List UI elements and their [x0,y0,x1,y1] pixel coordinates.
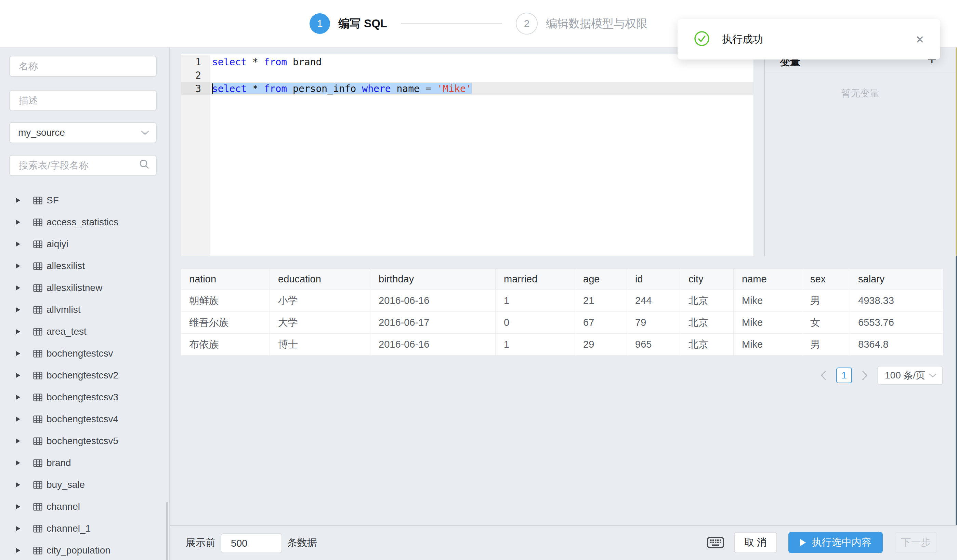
table-cell: 4938.33 [850,290,943,312]
column-header: education [270,269,370,290]
table-tree-item[interactable]: bochengtestcsv [0,342,169,364]
table-icon [33,262,43,270]
table-name-label: channel [46,501,80,512]
table-cell: 小学 [270,290,370,312]
caret-right-icon[interactable] [16,242,20,246]
close-icon[interactable]: × [916,33,924,46]
success-toast: 执行成功 × [677,19,940,60]
next-step-button[interactable]: 下一步 [895,532,937,553]
table-tree-item[interactable]: SF [0,189,169,211]
table-cell: 男 [802,290,850,312]
caret-right-icon[interactable] [16,526,20,531]
column-header: city [680,269,734,290]
caret-right-icon[interactable] [16,483,20,487]
table-icon [33,503,43,511]
caret-right-icon[interactable] [16,439,20,443]
table-cell: 0 [496,312,575,334]
cancel-button[interactable]: 取 消 [734,532,777,553]
table-icon [33,328,43,336]
table-tree-item[interactable]: bochengtestcsv3 [0,386,169,408]
next-page-icon[interactable] [859,368,870,383]
table-icon [33,437,43,445]
table-name-label: bochengtestcsv2 [46,370,118,381]
column-header: salary [850,269,943,290]
step-2-circle: 2 [516,13,538,35]
table-tree-item[interactable]: brand [0,452,169,474]
row-limit-input[interactable] [230,538,273,549]
page-size-select[interactable]: 100 条/页 [877,366,943,385]
table-tree-item[interactable]: buy_sale [0,474,169,496]
table-cell: Mike [734,334,802,356]
line-number: 2 [181,69,210,82]
prev-page-icon[interactable] [818,368,829,383]
table-tree-item[interactable]: aiqiyi [0,233,169,255]
table-name-label: allesxilist [46,260,85,271]
editor-line: 1select * from brand [181,55,753,69]
caret-right-icon[interactable] [16,329,20,334]
table-tree-item[interactable]: bochengtestcsv5 [0,430,169,452]
text-cursor [212,84,213,94]
table-tree-item[interactable]: access_statistics [0,211,169,233]
desktop-edge-strip-bottom [955,256,957,560]
editor-gutter [181,95,210,256]
column-header: married [496,269,575,290]
table-cell: 1 [496,290,575,312]
table-icon [33,481,43,489]
run-selection-button[interactable]: 执行选中内容 [788,532,883,553]
caret-right-icon[interactable] [16,220,20,225]
table-tree-item[interactable]: bochengtestcsv4 [0,408,169,430]
description-input[interactable] [18,95,148,106]
table-row: 布依族博士2016-06-16129965北京Mike男8364.8 [181,334,943,356]
table-cell: 2016-06-17 [370,312,496,334]
table-name-label: channel_1 [46,523,91,534]
column-header: sex [802,269,850,290]
table-tree-item[interactable]: channel [0,496,169,517]
caret-right-icon[interactable] [16,351,20,356]
caret-right-icon[interactable] [16,548,20,553]
page-number-button[interactable]: 1 [836,368,852,383]
table-icon [33,547,43,555]
table-name-label: bochengtestcsv5 [46,435,118,446]
table-tree-item[interactable]: area_test [0,321,169,342]
play-icon [800,539,806,546]
table-name-label: allesxilistnew [46,282,102,293]
table-tree-item[interactable]: allesxilist [0,255,169,277]
sidebar: my_source SFaccess_statisticsaiqiyialles… [0,47,170,560]
line-number: 3 [181,82,210,95]
table-tree-item[interactable]: allesxilistnew [0,277,169,299]
run-selection-label: 执行选中内容 [812,536,872,549]
caret-right-icon[interactable] [16,504,20,509]
search-icon[interactable] [139,159,150,172]
table-name-label: bochengtestcsv [46,348,113,359]
caret-right-icon[interactable] [16,308,20,312]
table-search-input[interactable] [18,160,148,171]
table-cell: 女 [802,312,850,334]
step-connector-line [401,23,502,24]
table-name-label: bochengtestcsv3 [46,392,118,403]
table-name-label: bochengtestcsv4 [46,414,118,424]
table-cell: 965 [627,334,680,356]
caret-right-icon[interactable] [16,373,20,378]
sidebar-scrollbar-thumb[interactable] [166,502,168,560]
sql-editor-modal: 1 编写 SQL 2 编辑数据模型与权限 my_source SFaccess_… [0,0,957,560]
table-tree-item[interactable]: bochengtestcsv2 [0,364,169,386]
name-input[interactable] [18,60,148,72]
table-cell: 朝鲜族 [181,290,270,312]
limit-prefix: 展示前 [186,526,215,560]
caret-right-icon[interactable] [16,286,20,290]
keyboard-shortcuts-icon[interactable] [707,537,724,550]
table-tree-item[interactable]: allvmlist [0,299,169,321]
caret-right-icon[interactable] [16,198,20,203]
table-tree-item[interactable]: city_population [0,539,169,560]
caret-right-icon[interactable] [16,263,20,268]
sql-code-editor[interactable]: 1select * from brand23select * from pers… [181,54,754,256]
column-header: age [575,269,627,290]
caret-right-icon[interactable] [16,395,20,400]
table-tree-item[interactable]: channel_1 [0,517,169,539]
caret-right-icon[interactable] [16,461,20,465]
datasource-value: my_source [18,127,65,138]
table-icon [33,284,43,292]
caret-right-icon[interactable] [16,417,20,421]
table-cell: 29 [575,334,627,356]
datasource-select[interactable]: my_source [9,122,156,143]
